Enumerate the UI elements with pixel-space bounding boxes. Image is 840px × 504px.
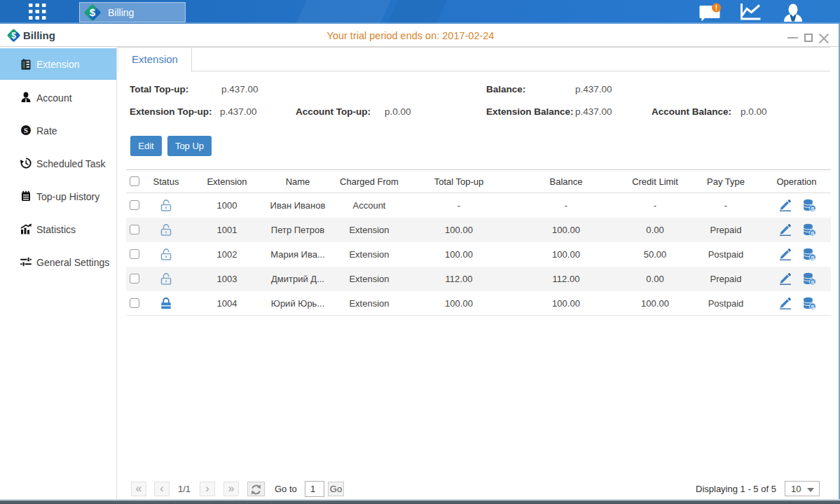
svg-text:S: S: [24, 127, 28, 134]
svg-text:S: S: [811, 279, 815, 286]
svg-text:S: S: [811, 255, 815, 261]
svg-text:$: $: [90, 6, 96, 18]
svg-text:S: S: [811, 304, 815, 310]
svg-text:!: !: [715, 4, 717, 12]
svg-text:S: S: [811, 206, 815, 212]
svg-text:S: S: [811, 230, 815, 237]
